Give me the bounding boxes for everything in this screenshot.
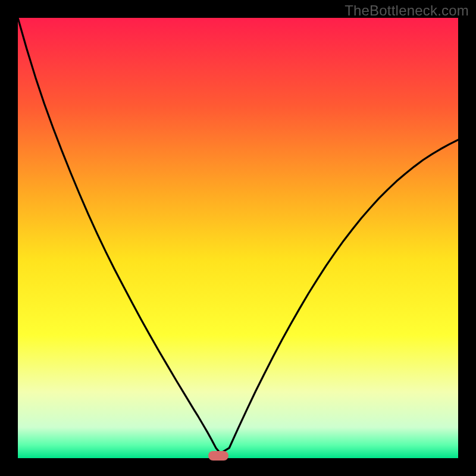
plot-area bbox=[18, 18, 458, 458]
chart-container: TheBottleneck.com bbox=[0, 0, 476, 476]
minimum-marker bbox=[208, 451, 228, 461]
plot-svg bbox=[18, 18, 458, 458]
watermark-text: TheBottleneck.com bbox=[345, 2, 469, 19]
gradient-background bbox=[18, 18, 458, 458]
